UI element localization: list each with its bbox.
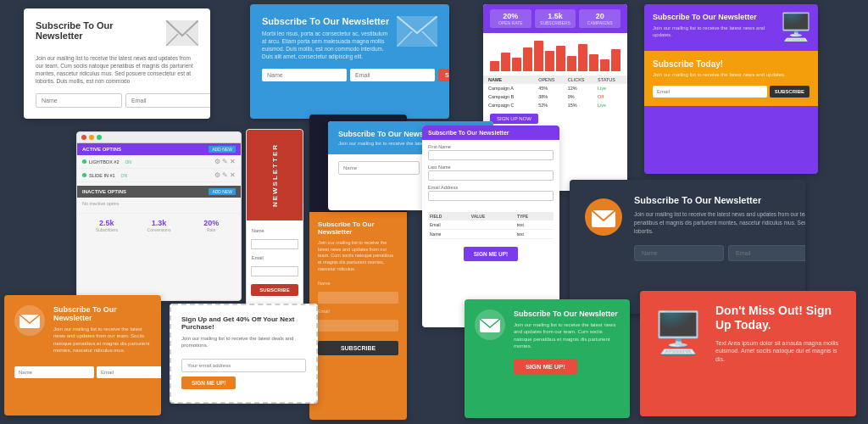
email-input[interactable] bbox=[181, 359, 306, 372]
close-dot bbox=[81, 135, 86, 140]
newsletter-card-purple-gold: Subscribe To Our Newsletter Join our mai… bbox=[644, 4, 818, 174]
card4-top-body: Join our mailing list to receive the lat… bbox=[653, 25, 767, 39]
envelope-icon bbox=[397, 16, 437, 50]
name-input[interactable] bbox=[14, 366, 94, 378]
card1-body: Join our mailing list to receive the lat… bbox=[36, 54, 198, 85]
coupon-signup-card: Sign Up and Get 40% Off Your Next Purcha… bbox=[170, 304, 318, 404]
newsletter-card-orange: Subscribe To Our Newsletter Join our mai… bbox=[4, 295, 161, 416]
card10-title: Subscribe To Our Newsletter bbox=[634, 195, 805, 205]
card4-top-title: Subscribe To Our Newsletter bbox=[653, 13, 767, 21]
newsletter-cta-red: 🖥️ Don't Miss Out! Sign Up Today. Text A… bbox=[640, 291, 856, 416]
signup-button[interactable]: SIGN ME UP! bbox=[514, 359, 577, 375]
envelope-icon bbox=[585, 198, 622, 239]
name-label: Name bbox=[247, 226, 303, 234]
card12-title: Sign Up and Get 40% Off Your Next Purcha… bbox=[181, 315, 306, 331]
email-input[interactable] bbox=[350, 69, 435, 81]
monitor-illustration: 🖥️ bbox=[653, 310, 704, 357]
card4-bottom-body: Join our mailing list to receive the lat… bbox=[653, 72, 810, 79]
conversions-stat: 1.3k Conversions bbox=[136, 219, 182, 232]
last-name-label: Last Name bbox=[428, 165, 554, 170]
email-input[interactable] bbox=[251, 266, 298, 276]
newsletter-card-blue: Subscribe To Our Newsletter Morbi leo ri… bbox=[250, 4, 449, 119]
email-label: Email Address bbox=[428, 185, 554, 190]
envelope-icon bbox=[475, 310, 505, 343]
email-field: Email Address bbox=[428, 185, 554, 201]
first-name-label: First Name bbox=[428, 144, 554, 149]
name-input[interactable] bbox=[634, 245, 724, 261]
signup-button[interactable]: SIGN ME UP! bbox=[464, 247, 518, 261]
card11-title: Subscribe To Our Newsletter bbox=[53, 305, 151, 322]
card14-title: Don't Miss Out! Sign Up Today. bbox=[715, 304, 843, 332]
card13-title: Subscribe To Our Newsletter bbox=[514, 310, 620, 318]
newsletter-card-white: Subscribe To Our Newsletter Join our mai… bbox=[24, 8, 210, 119]
list-item: LIGHTBOX #2 ON ⚙ ✎ ✕ bbox=[77, 155, 241, 169]
last-name-input[interactable] bbox=[428, 170, 554, 181]
name-input[interactable] bbox=[318, 292, 398, 304]
email-label: Email bbox=[318, 309, 398, 314]
envelope-icon bbox=[14, 305, 45, 339]
open-rate-stat: 20% OPEN RATE bbox=[490, 9, 531, 28]
subscribers-stat: 2.5k Subscribers bbox=[84, 219, 130, 232]
rate-stat: 20% Rate bbox=[188, 219, 234, 232]
card4-bottom-title: Subscribe Today! bbox=[653, 59, 810, 69]
card1-title: Subscribe To Our Newsletter bbox=[36, 20, 159, 41]
inactive-section-title: INACTIVE OPTINS ADD NEW bbox=[77, 186, 241, 198]
table-row: Email text bbox=[428, 220, 554, 230]
card9-title: Subscribe To Our Newsletter bbox=[428, 130, 554, 136]
card7-title: Subscribe To Our Newsletter bbox=[318, 220, 398, 236]
optins-admin-panel: ACTIVE OPTINS ADD NEW LIGHTBOX #2 ON ⚙ ✎… bbox=[76, 131, 242, 301]
card2-title: Subscribe To Our Newsletter bbox=[262, 16, 391, 26]
ribbon-text: NEWSLETTER bbox=[266, 135, 284, 215]
email-input[interactable] bbox=[318, 320, 398, 332]
newsletter-admin-form: Subscribe To Our Newsletter First Name L… bbox=[422, 126, 559, 327]
name-input[interactable] bbox=[338, 161, 420, 175]
bar-chart bbox=[490, 37, 620, 71]
subscribe-button[interactable]: SUBSCRIBE bbox=[438, 69, 449, 81]
name-input[interactable] bbox=[36, 93, 122, 108]
campaigns-stat: 20 CAMPAIGNS bbox=[579, 9, 620, 28]
active-section-title: ACTIVE OPTINS ADD NEW bbox=[77, 143, 241, 155]
signup-button[interactable]: SIGN ME UP! bbox=[181, 377, 236, 389]
newsletter-card-green: Subscribe To Our Newsletter Join our mai… bbox=[465, 299, 630, 418]
card11-body: Join our mailing list to receive the lat… bbox=[53, 326, 151, 354]
card12-body: Join our mailing list to receive the lat… bbox=[181, 335, 306, 349]
card2-body: Morbi leo risus, porta ac consectetur ac… bbox=[262, 30, 391, 60]
subscribe-button[interactable]: SUBSCRIBE bbox=[251, 284, 298, 296]
subscribe-button[interactable]: SUBSCRIBE bbox=[318, 341, 398, 355]
first-name-field: First Name bbox=[428, 144, 554, 160]
add-inactive-button[interactable]: ADD NEW bbox=[209, 188, 236, 195]
maximize-dot bbox=[97, 135, 102, 140]
table-row: Name text bbox=[428, 230, 554, 239]
email-input[interactable] bbox=[653, 86, 767, 98]
first-name-input[interactable] bbox=[428, 150, 554, 160]
card7-body: Join our mailing list to receive the lat… bbox=[318, 240, 398, 272]
subscribe-button[interactable]: SUBSCRIBE bbox=[770, 86, 810, 98]
card14-body: Text Area Ipsum dolor sit amauta magna m… bbox=[715, 339, 843, 364]
signup-button[interactable]: SIGN UP NOW bbox=[490, 114, 538, 124]
email-input[interactable] bbox=[97, 366, 161, 378]
red-ribbon: NEWSLETTER bbox=[247, 130, 303, 220]
list-item: SLIDE IN #1 ON ⚙ ✎ ✕ bbox=[77, 169, 241, 182]
add-new-button[interactable]: ADD NEW bbox=[209, 146, 236, 153]
email-label: Email bbox=[247, 253, 303, 261]
last-name-field: Last Name bbox=[428, 165, 554, 181]
card10-body: Join our mailing list to receive the lat… bbox=[634, 210, 805, 235]
subscribers-stat: 1.5k SUBSCRIBERS bbox=[535, 9, 576, 28]
email-input[interactable] bbox=[125, 93, 210, 108]
window-bar bbox=[77, 132, 241, 143]
name-input[interactable] bbox=[251, 239, 298, 249]
form-table: FIELD VALUE TYPE Email text Name text bbox=[428, 212, 554, 239]
email-input[interactable] bbox=[428, 191, 554, 201]
mini-table: NAME OPENS CLICKS STATUS Campaign A45%12… bbox=[483, 75, 627, 109]
envelope-icon bbox=[166, 20, 198, 49]
email-input[interactable] bbox=[728, 245, 805, 261]
monitor-icon: 🖥️ bbox=[779, 11, 813, 43]
name-label: Name bbox=[318, 281, 398, 286]
minimize-dot bbox=[89, 135, 94, 140]
name-input[interactable] bbox=[262, 69, 347, 81]
card13-body: Join our mailing list to receive the lat… bbox=[514, 321, 620, 350]
